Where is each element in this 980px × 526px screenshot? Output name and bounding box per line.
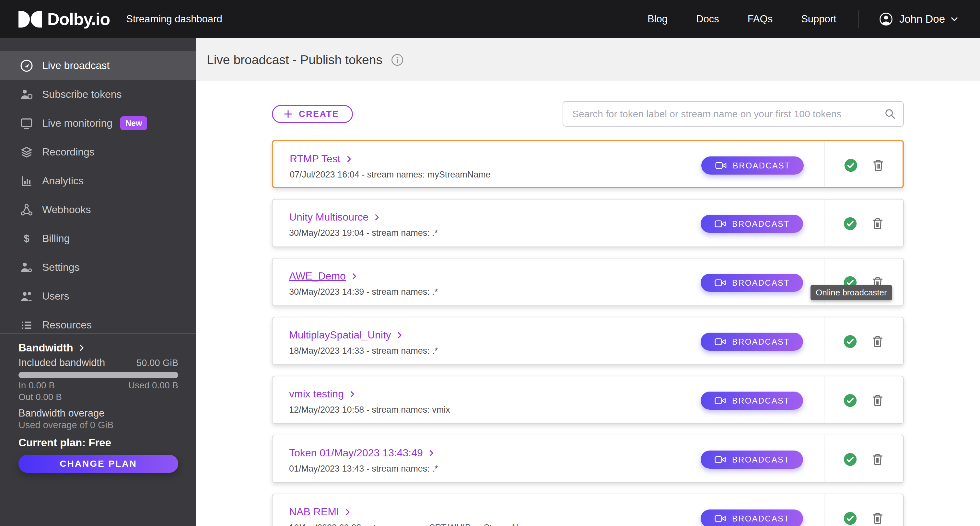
broadcast-button[interactable]: BROADCAST (701, 215, 803, 233)
nav-link-support[interactable]: Support (801, 13, 837, 25)
bandwidth-panel: Bandwidth Included bandwidth 50.00 GiB I… (19, 342, 178, 473)
token-name-link[interactable]: RTMP Test (290, 153, 353, 165)
bandwidth-out: Out 0.00 B (19, 392, 62, 402)
broadcast-button-label: BROADCAST (732, 455, 790, 464)
video-camera-icon (714, 337, 727, 346)
delete-token-icon[interactable] (870, 393, 885, 408)
broadcast-button[interactable]: BROADCAST (701, 510, 803, 526)
token-name-link[interactable]: Unity Multisource (289, 211, 382, 223)
chevron-down-icon (950, 14, 959, 24)
sidebar-item-settings[interactable]: Settings (0, 253, 196, 282)
included-bandwidth-value: 50.00 GiB (137, 358, 178, 368)
sidebar-item-label: Recordings (42, 146, 95, 158)
bandwidth-progress-bar (19, 372, 178, 378)
delete-token-icon[interactable] (870, 451, 885, 467)
token-meta: 30/May/2023 19:04 - stream names: .* (289, 228, 438, 238)
sidebar-item-live-broadcast[interactable]: Live broadcast (0, 51, 196, 80)
sidebar-item-recordings[interactable]: Recordings (0, 138, 196, 167)
sidebar-item-label: Billing (42, 232, 70, 245)
header-divider (858, 10, 859, 28)
nav-link-faqs[interactable]: FAQs (748, 13, 773, 25)
video-camera-icon (714, 455, 727, 464)
chevron-right-icon (77, 343, 86, 353)
card-divider (824, 494, 824, 526)
sidebar-item-users[interactable]: Users (0, 282, 196, 311)
token-name-link[interactable]: MultiplaySpatial_Unity (289, 329, 404, 341)
video-camera-icon (714, 396, 727, 405)
bandwidth-used: Used 0.00 B (128, 380, 178, 391)
token-name-link[interactable]: AWE_Demo (289, 270, 359, 282)
dolby-logo[interactable]: Dolby.io (19, 10, 110, 29)
token-meta: 12/May/2023 10:58 - stream names: vmix (289, 405, 450, 415)
online-status-icon[interactable] (843, 335, 857, 348)
broadcast-button[interactable]: BROADCAST (701, 156, 804, 175)
users-icon (19, 289, 34, 304)
online-status-icon[interactable] (843, 394, 857, 407)
bar-chart-icon (19, 174, 34, 188)
sidebar-item-label: Webhooks (42, 204, 91, 216)
delete-token-icon[interactable] (870, 334, 885, 349)
webhook-icon (19, 203, 34, 217)
app-name: Streaming dashboard (126, 13, 222, 25)
current-plan-label: Current plan: Free (19, 437, 178, 447)
token-card: MultiplaySpatial_Unity 18/May/2023 14:33… (272, 317, 904, 365)
nav-link-docs[interactable]: Docs (696, 13, 719, 25)
online-status-icon[interactable] (843, 217, 857, 230)
delete-token-icon[interactable] (870, 510, 885, 526)
token-name[interactable]: Unity Multisource (289, 211, 369, 223)
broadcast-button[interactable]: BROADCAST (701, 451, 803, 469)
online-broadcaster-tooltip: Online broadcaster (810, 285, 892, 300)
sidebar-item-subscribe-tokens[interactable]: Subscribe tokens (0, 80, 196, 109)
sidebar-item-webhooks[interactable]: Webhooks (0, 195, 196, 224)
user-menu[interactable]: John Doe (878, 12, 959, 27)
change-plan-button[interactable]: CHANGE PLAN (19, 455, 178, 473)
sidebar-item-label: Live broadcast (42, 60, 110, 72)
broadcast-button[interactable]: BROADCAST (701, 274, 803, 292)
delete-token-icon[interactable] (870, 216, 885, 231)
online-status-icon[interactable] (843, 512, 857, 525)
top-header: Dolby.io Streaming dashboard Blog Docs F… (0, 0, 980, 38)
chevron-right-icon (343, 507, 352, 516)
token-name[interactable]: vmix testing (289, 388, 344, 400)
sidebar-item-resources[interactable]: Resources (0, 311, 196, 339)
token-meta: 30/May/2023 14:39 - stream names: .* (289, 287, 438, 297)
broadcast-button[interactable]: BROADCAST (701, 333, 803, 351)
broadcast-button-label: BROADCAST (732, 278, 790, 288)
dollar-icon (19, 232, 34, 246)
nav-link-blog[interactable]: Blog (648, 13, 668, 25)
token-name-link[interactable]: Token 01/May/2023 13:43:49 (289, 447, 436, 459)
delete-token-icon[interactable] (871, 157, 885, 173)
token-name[interactable]: NAB REMI (289, 506, 339, 518)
token-name[interactable]: Token 01/May/2023 13:43:49 (289, 447, 423, 459)
chevron-right-icon (427, 448, 436, 458)
bandwidth-title[interactable]: Bandwidth (19, 342, 178, 354)
chevron-right-icon (345, 154, 353, 164)
logo-text: Dolby.io (47, 10, 110, 29)
sidebar-item-live-monitoring[interactable]: Live monitoring New (0, 109, 196, 138)
bandwidth-overage-detail: Used overage of 0 GiB (19, 420, 178, 429)
token-name-link[interactable]: vmix testing (289, 388, 357, 400)
sidebar-item-label: Subscribe tokens (42, 88, 121, 100)
online-status-icon[interactable] (843, 453, 857, 466)
sidebar-item-label: Analytics (42, 175, 84, 187)
broadcast-button-label: BROADCAST (732, 514, 790, 523)
online-status-icon[interactable] (844, 158, 858, 172)
broadcast-button[interactable]: BROADCAST (701, 392, 803, 410)
token-name-link[interactable]: NAB REMI (289, 506, 352, 518)
avatar-icon (878, 12, 894, 27)
token-meta: 16/Apr/2023 09:03 - stream names: SRT.WH… (289, 523, 535, 526)
token-name[interactable]: MultiplaySpatial_Unity (289, 329, 391, 341)
sidebar-item-billing[interactable]: Billing (0, 224, 196, 253)
sidebar-item-analytics[interactable]: Analytics (0, 167, 196, 195)
token-name[interactable]: RTMP Test (290, 153, 340, 165)
card-divider (824, 435, 824, 482)
broadcast-icon (19, 59, 34, 73)
sidebar-item-label: Users (42, 290, 69, 302)
token-card: AWE_Demo 30/May/2023 14:39 - stream name… (272, 258, 904, 306)
card-divider (824, 318, 824, 364)
chevron-right-icon (350, 272, 359, 281)
sidebar-item-label: Settings (42, 261, 80, 273)
token-name[interactable]: AWE_Demo (289, 270, 346, 282)
info-icon[interactable] (391, 54, 404, 67)
token-card: NAB REMI 16/Apr/2023 09:03 - stream name… (272, 494, 904, 526)
